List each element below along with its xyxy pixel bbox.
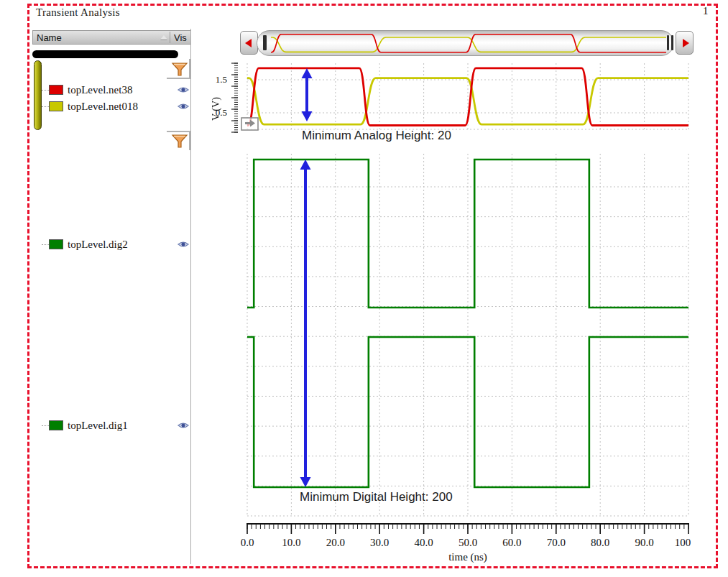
page-title: Transient Analysis <box>36 6 120 19</box>
vis-column-header[interactable]: Vis <box>174 32 187 43</box>
left-triangle-icon <box>245 39 252 47</box>
eye-icon[interactable] <box>177 85 190 95</box>
y-tick-label: 0.5 <box>211 107 227 119</box>
eye-icon[interactable] <box>177 420 190 430</box>
signal-color-swatch[interactable] <box>49 239 63 249</box>
signal-label[interactable]: topLevel.dig2 <box>68 239 128 250</box>
tree-stub <box>42 106 49 107</box>
panel-divider[interactable] <box>190 29 191 564</box>
right-triangle-icon <box>683 39 689 47</box>
page-number: 1 <box>703 5 709 17</box>
scrollbar-left-grip[interactable] <box>263 35 267 50</box>
signal-label[interactable]: topLevel.net38 <box>68 84 132 96</box>
tree-stub <box>42 90 49 91</box>
filter-icon[interactable] <box>171 134 188 149</box>
analog-height-annotation: Minimum Analog Height: 20 <box>302 129 451 143</box>
signal-label[interactable]: topLevel.dig1 <box>68 420 128 431</box>
column-divider <box>170 32 170 43</box>
name-column-header[interactable]: Name <box>37 32 62 43</box>
waveform-window: 1 Transient Analysis Name Vis topLevel.n… <box>0 0 728 577</box>
scroll-right-button[interactable] <box>676 31 694 55</box>
overview-scrollbar[interactable] <box>257 30 674 56</box>
signal-list-header[interactable]: Name Vis <box>32 30 191 45</box>
tree-stub <box>42 244 49 245</box>
eye-icon[interactable] <box>177 101 190 111</box>
signal-label[interactable]: topLevel.net018 <box>68 101 138 112</box>
signal-row[interactable]: topLevel.dig2 <box>32 239 191 251</box>
eye-icon[interactable] <box>177 239 190 249</box>
scrollbar-right-grip[interactable] <box>671 35 673 50</box>
filter-icon[interactable] <box>171 62 188 78</box>
y-tick-label: 1.5 <box>211 74 227 86</box>
digital-height-annotation: Minimum Digital Height: 200 <box>300 490 453 504</box>
signal-row[interactable]: topLevel.net38 <box>32 84 191 96</box>
signal-color-swatch[interactable] <box>49 420 63 430</box>
signal-color-swatch[interactable] <box>49 101 63 111</box>
tree-stub <box>42 425 49 426</box>
signal-row[interactable]: topLevel.net018 <box>32 101 191 113</box>
signal-row[interactable]: topLevel.dig1 <box>32 420 191 432</box>
collapsed-group-bar[interactable] <box>32 50 178 58</box>
scroll-left-button[interactable] <box>240 31 258 55</box>
signal-color-swatch[interactable] <box>49 85 63 95</box>
sort-ascending-icon[interactable] <box>160 35 167 40</box>
scrollbar-right-grip[interactable] <box>667 35 669 50</box>
